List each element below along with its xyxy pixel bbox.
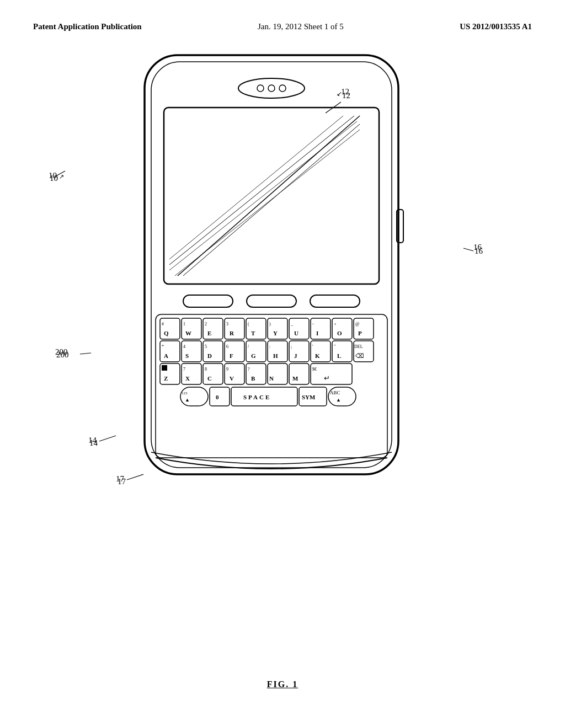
svg-text:▲: ▲ <box>336 397 341 403</box>
svg-point-3 <box>257 85 264 92</box>
svg-text:⌫: ⌫ <box>355 352 364 359</box>
annotation-12: 12 <box>341 87 349 97</box>
svg-text:M: M <box>292 375 299 382</box>
svg-text:J: J <box>294 352 297 359</box>
svg-text:123: 123 <box>182 391 188 395</box>
svg-text:5: 5 <box>205 344 207 349</box>
svg-text:_: _ <box>290 322 294 326</box>
svg-text:4: 4 <box>183 344 185 349</box>
svg-text:V: V <box>230 375 234 382</box>
svg-text:DEL: DEL <box>354 344 363 349</box>
svg-text:P: P <box>358 330 362 336</box>
svg-text:@: @ <box>355 322 359 326</box>
svg-text:$€: $€ <box>312 367 317 372</box>
svg-text:D: D <box>207 352 212 359</box>
svg-text:↵: ↵ <box>324 374 330 382</box>
svg-text:2: 2 <box>205 322 207 326</box>
page-header: Patent Application Publication Jan. 19, … <box>33 22 532 31</box>
svg-text:': ' <box>312 344 313 349</box>
svg-text:B: B <box>251 375 255 382</box>
svg-text:O: O <box>337 330 342 336</box>
svg-text:7: 7 <box>183 367 185 372</box>
svg-text:Z: Z <box>164 375 168 382</box>
svg-text:#: # <box>162 322 164 326</box>
svg-point-4 <box>268 85 275 92</box>
svg-text:;: ; <box>291 344 292 349</box>
svg-text:?: ? <box>248 367 250 372</box>
svg-text:W: W <box>185 330 191 336</box>
svg-line-11 <box>169 116 343 259</box>
svg-line-9 <box>169 116 354 265</box>
svg-text:Y: Y <box>273 330 278 336</box>
annotation-17: 17 <box>116 474 124 484</box>
svg-text:A: A <box>164 352 168 359</box>
svg-text:C: C <box>207 375 212 382</box>
svg-text:K: K <box>315 352 320 359</box>
svg-text:N: N <box>269 375 274 382</box>
header-center-text: Jan. 19, 2012 Sheet 1 of 5 <box>258 22 344 31</box>
svg-text:SYM: SYM <box>302 394 316 400</box>
svg-text:8: 8 <box>205 367 207 372</box>
svg-rect-99 <box>180 387 208 406</box>
svg-text:Q: Q <box>164 330 169 336</box>
svg-rect-65 <box>289 341 309 362</box>
svg-text:1: 1 <box>183 322 185 326</box>
svg-rect-13 <box>183 295 233 307</box>
svg-rect-68 <box>311 341 331 362</box>
header-left-text: Patent Application Publication <box>33 22 142 31</box>
annotation-10: 10 <box>49 171 57 180</box>
svg-text:ABC: ABC <box>330 390 340 395</box>
svg-rect-6 <box>164 108 379 284</box>
svg-rect-15 <box>310 295 360 307</box>
patent-drawing: # Q 1 W 2 E 3 R ( T ) Y _ U - I + O <box>89 44 476 585</box>
svg-text:U: U <box>294 330 299 336</box>
svg-text:/: / <box>248 344 249 349</box>
svg-line-8 <box>183 124 360 276</box>
svg-text:3: 3 <box>226 322 228 326</box>
svg-line-10 <box>169 121 357 270</box>
svg-text:+: + <box>334 322 337 326</box>
svg-rect-59 <box>246 341 266 362</box>
svg-text:SPACE: SPACE <box>243 394 271 400</box>
svg-text:E: E <box>207 330 211 336</box>
svg-text:6: 6 <box>226 344 228 349</box>
svg-rect-102 <box>210 387 230 406</box>
svg-text:0: 0 <box>216 394 219 400</box>
svg-rect-96 <box>311 363 352 384</box>
svg-text:T: T <box>251 330 255 336</box>
svg-text:": " <box>334 344 335 349</box>
svg-text:F: F <box>230 352 233 359</box>
svg-text:): ) <box>269 322 271 326</box>
svg-point-2 <box>238 78 305 98</box>
annotation-16: 16 <box>473 243 482 252</box>
svg-text:I: I <box>316 330 318 336</box>
svg-point-5 <box>279 85 286 92</box>
svg-text:↗: ↗ <box>59 173 64 180</box>
annotation-14: 14 <box>88 436 97 445</box>
svg-text:(: ( <box>248 322 249 326</box>
svg-text:▲: ▲ <box>185 397 190 403</box>
svg-text:L: L <box>337 352 341 359</box>
svg-text:-: - <box>312 322 314 326</box>
annotation-200: 200 <box>55 347 68 357</box>
svg-text:H: H <box>273 352 278 359</box>
svg-text:9: 9 <box>226 367 228 372</box>
svg-text:*: * <box>162 344 164 349</box>
header-right-text: US 2012/0013535 A1 <box>460 22 532 31</box>
svg-rect-0 <box>145 55 398 474</box>
svg-text:S: S <box>185 352 189 359</box>
svg-rect-14 <box>247 295 296 307</box>
svg-rect-78 <box>162 365 167 371</box>
svg-line-12 <box>175 130 360 276</box>
svg-text:X: X <box>185 375 190 382</box>
svg-text::: : <box>269 344 270 349</box>
svg-text:G: G <box>251 352 256 359</box>
svg-text:R: R <box>230 330 234 336</box>
figure-label: FIG. 1 <box>267 679 298 689</box>
